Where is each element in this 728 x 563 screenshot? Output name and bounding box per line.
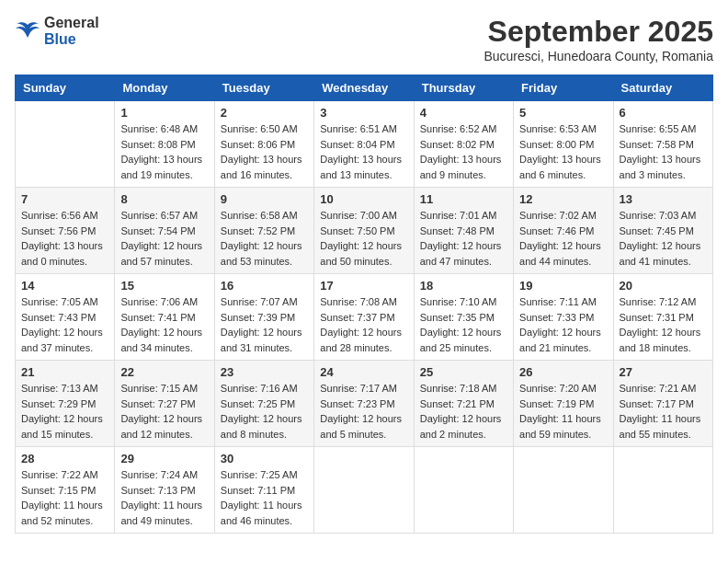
calendar-cell: 2Sunrise: 6:50 AM Sunset: 8:06 PM Daylig… (214, 101, 313, 188)
calendar-cell: 18Sunrise: 7:10 AM Sunset: 7:35 PM Dayli… (414, 274, 513, 361)
day-info: Sunrise: 7:16 AM Sunset: 7:25 PM Dayligh… (221, 381, 308, 442)
calendar-cell (514, 447, 613, 534)
day-info: Sunrise: 6:58 AM Sunset: 7:52 PM Dayligh… (221, 208, 308, 269)
day-number: 4 (420, 106, 507, 120)
day-info: Sunrise: 6:51 AM Sunset: 8:04 PM Dayligh… (320, 121, 407, 182)
calendar-cell: 19Sunrise: 7:11 AM Sunset: 7:33 PM Dayli… (514, 274, 613, 361)
title-block: September 2025 Bucuresci, Hunedoara Coun… (483, 15, 713, 63)
day-info: Sunrise: 6:57 AM Sunset: 7:54 PM Dayligh… (120, 208, 208, 269)
day-info: Sunrise: 7:13 AM Sunset: 7:29 PM Dayligh… (21, 381, 108, 442)
day-info: Sunrise: 7:25 AM Sunset: 7:11 PM Dayligh… (221, 467, 308, 528)
day-number: 14 (21, 279, 108, 293)
day-number: 5 (519, 106, 607, 120)
day-number: 25 (420, 365, 507, 379)
calendar-cell: 11Sunrise: 7:01 AM Sunset: 7:48 PM Dayli… (414, 188, 513, 274)
calendar-cell (314, 447, 414, 534)
day-number: 30 (221, 452, 308, 465)
day-info: Sunrise: 7:20 AM Sunset: 7:19 PM Dayligh… (519, 381, 607, 442)
day-number: 8 (120, 192, 208, 206)
day-number: 3 (320, 106, 407, 120)
day-number: 26 (519, 365, 607, 379)
calendar-cell: 3Sunrise: 6:51 AM Sunset: 8:04 PM Daylig… (314, 101, 414, 188)
day-info: Sunrise: 6:56 AM Sunset: 7:56 PM Dayligh… (21, 208, 108, 269)
day-number: 10 (320, 192, 407, 206)
day-info: Sunrise: 6:50 AM Sunset: 8:06 PM Dayligh… (221, 121, 308, 182)
calendar-cell: 29Sunrise: 7:24 AM Sunset: 7:13 PM Dayli… (115, 447, 214, 534)
day-info: Sunrise: 7:11 AM Sunset: 7:33 PM Dayligh… (519, 294, 607, 355)
day-info: Sunrise: 7:01 AM Sunset: 7:48 PM Dayligh… (420, 208, 507, 269)
day-info: Sunrise: 7:24 AM Sunset: 7:13 PM Dayligh… (120, 467, 208, 528)
weekday-header-thursday: Thursday (414, 75, 513, 101)
week-row-4: 21Sunrise: 7:13 AM Sunset: 7:29 PM Dayli… (16, 361, 713, 447)
calendar-cell: 22Sunrise: 7:15 AM Sunset: 7:27 PM Dayli… (115, 361, 214, 447)
day-number: 24 (320, 365, 407, 379)
day-number: 17 (320, 279, 407, 293)
calendar-cell: 23Sunrise: 7:16 AM Sunset: 7:25 PM Dayli… (214, 361, 313, 447)
day-info: Sunrise: 6:55 AM Sunset: 7:58 PM Dayligh… (620, 121, 707, 182)
logo-general: General (44, 15, 99, 30)
calendar-cell: 21Sunrise: 7:13 AM Sunset: 7:29 PM Dayli… (16, 361, 115, 447)
month-title: September 2025 (483, 15, 713, 49)
day-number: 19 (519, 279, 607, 293)
logo-icon (15, 21, 40, 41)
calendar-cell: 20Sunrise: 7:12 AM Sunset: 7:31 PM Dayli… (613, 274, 712, 361)
day-info: Sunrise: 7:08 AM Sunset: 7:37 PM Dayligh… (320, 294, 407, 355)
day-info: Sunrise: 7:17 AM Sunset: 7:23 PM Dayligh… (320, 381, 407, 442)
calendar-cell: 1Sunrise: 6:48 AM Sunset: 8:08 PM Daylig… (115, 101, 214, 188)
weekday-header-friday: Friday (514, 75, 613, 101)
calendar-cell (414, 447, 513, 534)
week-row-3: 14Sunrise: 7:05 AM Sunset: 7:43 PM Dayli… (16, 274, 713, 361)
day-info: Sunrise: 7:12 AM Sunset: 7:31 PM Dayligh… (620, 294, 707, 355)
calendar-cell: 16Sunrise: 7:07 AM Sunset: 7:39 PM Dayli… (214, 274, 313, 361)
calendar-cell: 10Sunrise: 7:00 AM Sunset: 7:50 PM Dayli… (314, 188, 414, 274)
page-header: General Blue September 2025 Bucuresci, H… (15, 15, 713, 63)
calendar-table: SundayMondayTuesdayWednesdayThursdayFrid… (15, 75, 713, 534)
day-info: Sunrise: 7:15 AM Sunset: 7:27 PM Dayligh… (120, 381, 208, 442)
day-info: Sunrise: 7:22 AM Sunset: 7:15 PM Dayligh… (21, 467, 108, 528)
day-number: 12 (519, 192, 607, 206)
day-number: 2 (221, 106, 308, 120)
calendar-cell: 4Sunrise: 6:52 AM Sunset: 8:02 PM Daylig… (414, 101, 513, 188)
calendar-cell: 28Sunrise: 7:22 AM Sunset: 7:15 PM Dayli… (16, 447, 115, 534)
day-info: Sunrise: 7:10 AM Sunset: 7:35 PM Dayligh… (420, 294, 507, 355)
day-info: Sunrise: 7:06 AM Sunset: 7:41 PM Dayligh… (120, 294, 208, 355)
calendar-cell: 7Sunrise: 6:56 AM Sunset: 7:56 PM Daylig… (16, 188, 115, 274)
day-number: 9 (221, 192, 308, 206)
day-info: Sunrise: 6:52 AM Sunset: 8:02 PM Dayligh… (420, 121, 507, 182)
calendar-cell: 26Sunrise: 7:20 AM Sunset: 7:19 PM Dayli… (514, 361, 613, 447)
calendar-cell: 5Sunrise: 6:53 AM Sunset: 8:00 PM Daylig… (514, 101, 613, 188)
day-info: Sunrise: 7:18 AM Sunset: 7:21 PM Dayligh… (420, 381, 507, 442)
week-row-1: 1Sunrise: 6:48 AM Sunset: 8:08 PM Daylig… (16, 101, 713, 188)
day-number: 13 (620, 192, 707, 206)
day-info: Sunrise: 7:03 AM Sunset: 7:45 PM Dayligh… (620, 208, 707, 269)
day-number: 22 (120, 365, 208, 379)
calendar-cell: 6Sunrise: 6:55 AM Sunset: 7:58 PM Daylig… (613, 101, 712, 188)
calendar-cell: 25Sunrise: 7:18 AM Sunset: 7:21 PM Dayli… (414, 361, 513, 447)
day-number: 20 (620, 279, 707, 293)
calendar-cell: 27Sunrise: 7:21 AM Sunset: 7:17 PM Dayli… (613, 361, 712, 447)
day-info: Sunrise: 6:48 AM Sunset: 8:08 PM Dayligh… (120, 121, 208, 182)
weekday-header-monday: Monday (115, 75, 214, 101)
day-info: Sunrise: 7:05 AM Sunset: 7:43 PM Dayligh… (21, 294, 108, 355)
day-number: 18 (420, 279, 507, 293)
day-info: Sunrise: 7:00 AM Sunset: 7:50 PM Dayligh… (320, 208, 407, 269)
weekday-header-sunday: Sunday (16, 75, 115, 101)
day-info: Sunrise: 7:02 AM Sunset: 7:46 PM Dayligh… (519, 208, 607, 269)
weekday-header-tuesday: Tuesday (214, 75, 313, 101)
calendar-cell: 13Sunrise: 7:03 AM Sunset: 7:45 PM Dayli… (613, 188, 712, 274)
day-info: Sunrise: 6:53 AM Sunset: 8:00 PM Dayligh… (519, 121, 607, 182)
day-number: 1 (120, 106, 208, 120)
week-row-5: 28Sunrise: 7:22 AM Sunset: 7:15 PM Dayli… (16, 447, 713, 534)
logo: General Blue (15, 15, 99, 48)
logo-blue: Blue (44, 31, 76, 47)
day-number: 7 (21, 192, 108, 206)
location-subtitle: Bucuresci, Hunedoara County, Romania (483, 49, 713, 63)
weekday-header-saturday: Saturday (613, 75, 712, 101)
day-number: 21 (21, 365, 108, 379)
weekday-header-row: SundayMondayTuesdayWednesdayThursdayFrid… (16, 75, 713, 101)
day-info: Sunrise: 7:07 AM Sunset: 7:39 PM Dayligh… (221, 294, 308, 355)
day-number: 23 (221, 365, 308, 379)
day-info: Sunrise: 7:21 AM Sunset: 7:17 PM Dayligh… (620, 381, 707, 442)
day-number: 6 (620, 106, 707, 120)
week-row-2: 7Sunrise: 6:56 AM Sunset: 7:56 PM Daylig… (16, 188, 713, 274)
